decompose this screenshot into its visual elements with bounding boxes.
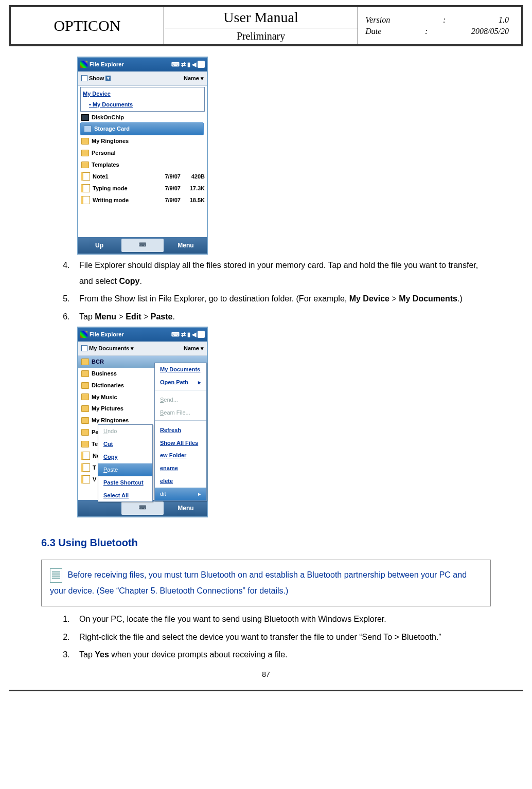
softkey-keyboard-icon[interactable]: ⌨	[121, 239, 164, 253]
signal-icon: ▮	[187, 329, 190, 340]
start-icon[interactable]	[80, 331, 87, 338]
tree-popup: My Device • My Documents	[80, 87, 205, 112]
list-item[interactable]: DiskOnChip	[78, 112, 207, 123]
show-square-icon	[81, 75, 87, 81]
section-heading-bluetooth: 6.3 Using Bluetooth	[41, 533, 491, 552]
sip-icon: ⌨	[171, 329, 180, 340]
menu-copy[interactable]: Copy	[98, 451, 152, 463]
steps-list-b: On your PC, locate the file you want to …	[41, 612, 491, 662]
folder-icon	[81, 441, 89, 447]
meta-cell: Version : 1.0 Date : 2008/05/20	[358, 7, 522, 45]
step5-text-e: .)	[457, 294, 463, 303]
note-text: Before receiving files, you must turn Bl…	[50, 570, 467, 595]
header-table: OPTICON User Manual Version : 1.0 Date :…	[10, 7, 522, 45]
file-list-1: DiskOnChip Storage Card My Ringtones Per…	[78, 112, 207, 206]
tree-root[interactable]: My Device	[83, 88, 202, 99]
sort-label: Name	[184, 75, 199, 81]
menu-paste-selected[interactable]: Paste	[98, 463, 152, 476]
note-icon	[81, 452, 90, 460]
list-item[interactable]: Note17/9/07420B	[78, 171, 207, 183]
wm-titlebar-2: File Explorer ⌨ ⇄ ▮ ◀ ✕	[78, 328, 207, 342]
start-icon[interactable]	[80, 61, 87, 68]
item-date: 7/9/07	[155, 195, 181, 206]
page-content: File Explorer ⌨ ⇄ ▮ ◀ ✕ Show ▾ Name ▾	[0, 46, 532, 690]
step5-text-c: >	[389, 294, 399, 303]
steps-list-a: File Explorer should display all the fil…	[41, 258, 491, 325]
volume-icon: ◀	[192, 329, 196, 340]
bt3-c: when your device prompts about receiving…	[109, 650, 288, 659]
sort-label: Name	[184, 345, 199, 351]
sort-dropdown[interactable]: Name ▾	[184, 343, 204, 354]
sync-icon: ⇄	[181, 59, 186, 70]
list-item[interactable]: Typing mode7/9/0717.3K	[78, 183, 207, 194]
list-item[interactable]: Templates	[78, 159, 207, 171]
menu-refresh[interactable]: Refresh	[155, 424, 206, 437]
version-label: Version	[365, 15, 390, 25]
list-item[interactable]: Writing mode7/9/0718.5K	[78, 194, 207, 206]
menu-edit-selected[interactable]: dit▸	[155, 488, 206, 500]
screenshot-2: File Explorer ⌨ ⇄ ▮ ◀ ✕ My Documents ▾ N…	[77, 327, 491, 517]
close-icon[interactable]: ✕	[198, 331, 205, 338]
menu-delete[interactable]: elete	[155, 475, 206, 488]
bt-step-3: Tap Yes when your device prompts about r…	[72, 647, 491, 662]
item-name: Personal	[92, 148, 205, 158]
menu-my-documents[interactable]: My Documents	[155, 363, 206, 376]
note-icon	[81, 475, 90, 483]
item-name: Storage Card	[94, 123, 201, 134]
title-cell: User Manual	[164, 7, 358, 28]
step-5: From the Show list in File Explorer, go …	[72, 291, 491, 307]
list-item[interactable]: Personal	[78, 147, 207, 159]
menu-new-folder[interactable]: ew Folder	[155, 449, 206, 462]
menu-paste-shortcut[interactable]: Paste Shortcut	[98, 476, 152, 489]
bt3-b: Yes	[95, 650, 109, 659]
date-value: 2008/05/20	[471, 27, 509, 36]
softkey-menu[interactable]: Menu	[165, 500, 207, 517]
step5-bold-d: My Documents	[399, 294, 457, 303]
item-size: 17.3K	[183, 183, 205, 194]
tree-child[interactable]: • My Documents	[83, 99, 202, 110]
note-icon	[81, 184, 90, 192]
note-document-icon	[50, 568, 62, 583]
step6-bold-d: Edit	[126, 312, 141, 321]
step6-bold-f: Paste	[151, 312, 173, 321]
show-dropdown[interactable]: Show ▾	[81, 73, 111, 84]
crumb-dropdown[interactable]: My Documents ▾	[81, 343, 134, 354]
menu-select-all[interactable]: Select All	[98, 489, 152, 502]
sort-dropdown[interactable]: Name ▾	[184, 73, 204, 84]
item-date: 7/9/07	[155, 171, 181, 182]
menu-show-all[interactable]: Show All Files	[155, 437, 206, 450]
close-icon[interactable]: ✕	[198, 61, 205, 68]
date-label: Date	[365, 27, 381, 36]
step5-bold-b: My Device	[349, 294, 389, 303]
meta-colon: :	[425, 27, 428, 36]
folder-icon	[81, 162, 89, 168]
menu-open-path[interactable]: Open Path▸	[155, 376, 206, 389]
step6-text-g: .	[172, 312, 174, 321]
note-icon	[81, 196, 90, 204]
item-name: Typing mode	[93, 183, 152, 194]
softkey-left-blank	[78, 500, 120, 517]
softkey-up[interactable]: Up	[78, 237, 120, 254]
chip-icon	[81, 114, 89, 121]
sip-icon: ⌨	[171, 59, 180, 70]
folder-icon	[81, 405, 89, 412]
chevron-down-icon: ▾	[105, 76, 111, 81]
menu-send: Send...	[155, 393, 206, 406]
context-menu-edit: Undo Cut Copy Paste Paste Shortcut Selec…	[98, 424, 153, 502]
list-item[interactable]: My Ringtones	[78, 135, 207, 147]
item-name: Note1	[93, 171, 152, 182]
brand-cell: OPTICON	[11, 7, 164, 45]
bt3-a: Tap	[79, 650, 95, 659]
item-name: My Ringtones	[92, 136, 205, 147]
softkey-menu[interactable]: Menu	[165, 237, 207, 254]
folder-icon	[81, 138, 89, 145]
context-menu-right: My Documents Open Path▸ Send... Beam Fil…	[154, 363, 207, 501]
softkey-keyboard-icon[interactable]: ⌨	[121, 501, 164, 515]
menu-cut[interactable]: Cut	[98, 438, 152, 451]
item-name: DiskOnChip	[92, 112, 205, 123]
menu-rename[interactable]: ename	[155, 462, 206, 475]
list-item-selected[interactable]: Storage Card	[80, 122, 204, 135]
step5-text-a: From the Show list in File Explorer, go …	[79, 294, 349, 303]
screenshot-1: File Explorer ⌨ ⇄ ▮ ◀ ✕ Show ▾ Name ▾	[77, 57, 491, 255]
step6-text-e: >	[141, 312, 150, 321]
